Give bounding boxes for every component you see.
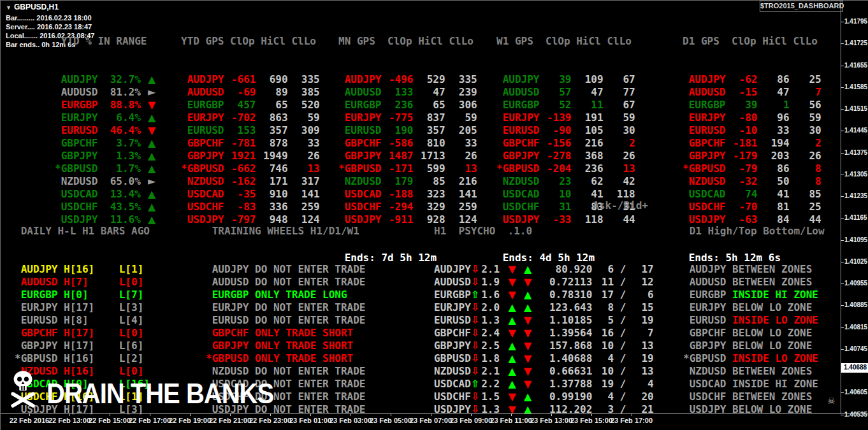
- hicl-value: 33: [758, 124, 790, 137]
- star-marker: [15, 340, 21, 352]
- clop-value: 457: [224, 99, 256, 111]
- star-marker: [206, 289, 212, 301]
- cllo-value: 141: [288, 188, 320, 201]
- clop-value: -781: [224, 137, 256, 150]
- table-row: AUDJPY-628625: [683, 73, 821, 86]
- table-row: EURJPY⇩2.0▲▲123.6438 / 15: [434, 301, 648, 314]
- hicl-value: 368: [572, 150, 604, 162]
- price-value: 0.66631: [531, 365, 592, 378]
- table-row: AUDUSD13347239: [338, 86, 477, 99]
- pair-label: GBPCHF: [690, 327, 727, 340]
- pair-label: GBPJPY: [689, 150, 726, 162]
- cllo-value: 13: [604, 162, 635, 175]
- table-row: AUDJPY-496529335: [338, 73, 477, 86]
- right-arrow-icon: ►: [148, 175, 156, 188]
- zone-status: BELOW LO ZONE: [732, 403, 812, 416]
- pair-label: GBPUSD: [187, 162, 224, 175]
- star-marker: [55, 150, 61, 162]
- cllo-value: 216: [445, 175, 477, 188]
- table-row: GBPJPY⇩2.5▲▼157.86810 / 13: [434, 340, 648, 352]
- time-tick-label: 23 Feb 05:00: [370, 417, 412, 424]
- slash: /: [614, 301, 632, 314]
- pair-label: AUDJPY: [690, 263, 727, 276]
- up-arrow-icon: ▲: [524, 289, 531, 301]
- time-tick: [551, 413, 552, 416]
- table-row: USDCHF⇩1.5▼▲0.991904 / 20: [434, 391, 648, 403]
- star-marker: [55, 188, 61, 201]
- pair-label: USDCAD: [187, 188, 224, 201]
- current-price-tag: 1.40688: [841, 363, 868, 373]
- pair-label: EURUSD: [61, 124, 98, 137]
- clop-value: -181: [725, 137, 757, 150]
- time-tick-label: 22 Feb 13:00: [48, 417, 90, 424]
- down-arrow-icon: ▼: [524, 365, 531, 378]
- clop-value: 10: [539, 188, 571, 201]
- trade-advice: DO NOT ENTER TRADE: [255, 301, 365, 314]
- pair-label: EURJPY: [503, 111, 540, 124]
- table-row: AUDJPYBETWEEN ZONES: [683, 263, 825, 276]
- hicl-value: 1713: [414, 150, 445, 162]
- star-marker: *: [338, 162, 345, 175]
- price-value: 123.643: [531, 301, 592, 314]
- table-header: TRAINING WHEELS H1/D1/W1: [206, 225, 365, 238]
- chevron-down-icon[interactable]: ▼: [6, 4, 11, 11]
- table-row: AUDUSD-6989385: [181, 86, 320, 99]
- clop-value: -79: [725, 162, 757, 175]
- ask-count: 8: [592, 301, 614, 314]
- table-row: GBPCHF⇩2.4▼▼1.3956416 / 7: [434, 327, 648, 340]
- price-tick: [841, 349, 844, 350]
- pair-label: GBPCHF: [689, 137, 726, 150]
- clop-value: -69: [224, 86, 256, 99]
- up-arrow-icon: ▲: [524, 391, 531, 403]
- table-row: GBPJPY-17920326: [683, 150, 821, 162]
- table-row: *GBPUSDH[16]L[2]: [15, 352, 150, 365]
- zone-status: BELOW LO ZONE: [732, 327, 812, 340]
- pair-label: AUDUSD: [690, 276, 727, 289]
- time-tick: [431, 413, 431, 416]
- pair-label: EURGBP: [21, 289, 58, 301]
- price-tick-label: 1.41165: [844, 214, 867, 221]
- star-marker: [683, 340, 690, 352]
- clop-value: -188: [381, 188, 413, 201]
- hicl-value: 863: [256, 111, 288, 124]
- table-row: EURJPY-70286359: [181, 111, 320, 124]
- pair-label: GBPJPY: [690, 340, 727, 352]
- time-tick-label: 23 Feb 13:00: [530, 417, 572, 424]
- table-row: GBPCHF-1811942: [683, 137, 821, 150]
- star-marker: [683, 378, 690, 391]
- table-row: EURJPYH[17]L[3]: [15, 301, 150, 314]
- clop-value: -62: [725, 73, 757, 86]
- star-marker: [338, 86, 345, 99]
- pair-label: GBPCHF: [345, 137, 382, 150]
- cllo-value: 306: [445, 99, 477, 111]
- up-arrow-icon: ▲: [148, 188, 156, 201]
- slash: /: [614, 378, 632, 391]
- ask-count: 17: [592, 289, 614, 301]
- table-header: H1 PSYCHO .1.0Ask-/Bid+: [434, 225, 648, 238]
- star-marker: [55, 73, 61, 86]
- star-marker: [55, 175, 61, 188]
- table-row: *GBPUSD-79868: [683, 162, 821, 175]
- hicl-value: 65: [414, 99, 445, 111]
- symbol-title[interactable]: ▼GBPUSD,H1: [6, 3, 59, 11]
- pair-label: USDCAD: [690, 378, 727, 391]
- pair-label: GBPJPY: [21, 340, 58, 352]
- hicl-value: 86: [758, 73, 790, 86]
- cllo-value: 85: [790, 188, 821, 201]
- star-marker: [683, 289, 690, 301]
- slash: /: [614, 314, 632, 327]
- clop-value: -179: [725, 150, 757, 162]
- clop-value: 23: [539, 175, 571, 188]
- table-row: GBPCHF3.7%▲: [55, 137, 156, 150]
- star-marker: [496, 86, 503, 99]
- clop-value: -171: [381, 162, 413, 175]
- price-tick-label: 1.41095: [844, 236, 867, 243]
- star-marker: [181, 201, 187, 213]
- psycho-value: 1.9: [480, 276, 500, 289]
- hicl-value: 810: [414, 137, 445, 150]
- pair-label: GBPCHF: [503, 137, 540, 150]
- clop-value: 1921: [224, 150, 256, 162]
- pair-label: GBPUSD: [61, 162, 98, 175]
- pair-label: GBPJPY: [212, 340, 249, 352]
- pair-label: EURJPY: [187, 111, 224, 124]
